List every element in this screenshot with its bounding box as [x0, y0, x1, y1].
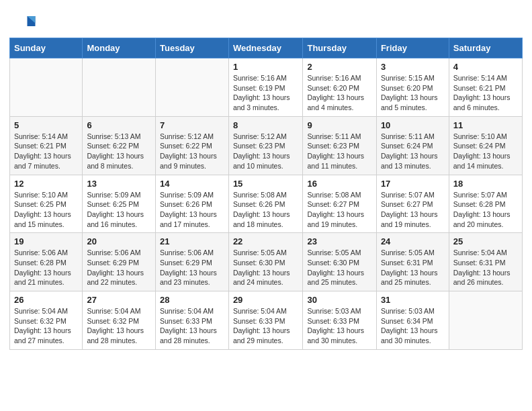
calendar-cell: 11Sunrise: 5:10 AM Sunset: 6:24 PM Dayli…	[449, 116, 522, 175]
day-number: 31	[381, 295, 445, 305]
day-number: 8	[233, 120, 299, 130]
calendar-cell: 14Sunrise: 5:09 AM Sunset: 6:26 PM Dayli…	[156, 175, 229, 233]
day-info: Sunrise: 5:04 AM Sunset: 6:32 PM Dayligh…	[14, 306, 78, 346]
day-number: 26	[14, 295, 78, 305]
calendar-cell: 15Sunrise: 5:08 AM Sunset: 6:26 PM Dayli…	[228, 175, 303, 233]
calendar-cell: 24Sunrise: 5:05 AM Sunset: 6:31 PM Dayli…	[376, 233, 449, 291]
calendar-cell: 2Sunrise: 5:16 AM Sunset: 6:20 PM Daylig…	[303, 58, 376, 117]
calendar-cell: 4Sunrise: 5:14 AM Sunset: 6:21 PM Daylig…	[449, 58, 522, 117]
page-header	[0, 0, 532, 38]
day-header-tuesday: Tuesday	[156, 38, 229, 58]
day-info: Sunrise: 5:07 AM Sunset: 6:28 PM Dayligh…	[453, 190, 518, 230]
calendar-cell: 30Sunrise: 5:03 AM Sunset: 6:33 PM Dayli…	[303, 291, 376, 350]
day-number: 18	[453, 179, 518, 189]
day-header-friday: Friday	[376, 38, 449, 58]
day-header-sunday: Sunday	[10, 38, 83, 58]
day-number: 11	[453, 120, 518, 130]
day-number: 24	[381, 236, 445, 246]
day-header-saturday: Saturday	[449, 38, 522, 58]
day-header-thursday: Thursday	[303, 38, 376, 58]
day-info: Sunrise: 5:05 AM Sunset: 6:30 PM Dayligh…	[233, 248, 299, 287]
calendar-cell: 29Sunrise: 5:04 AM Sunset: 6:33 PM Dayli…	[228, 291, 303, 350]
day-number: 25	[453, 236, 518, 246]
calendar-cell: 6Sunrise: 5:13 AM Sunset: 6:22 PM Daylig…	[83, 116, 156, 175]
day-number: 29	[233, 295, 299, 305]
day-number: 6	[87, 120, 151, 130]
calendar-cell: 10Sunrise: 5:11 AM Sunset: 6:24 PM Dayli…	[376, 116, 449, 175]
day-header-monday: Monday	[83, 38, 156, 58]
calendar-cell: 19Sunrise: 5:06 AM Sunset: 6:28 PM Dayli…	[10, 233, 83, 291]
logo	[16, 12, 39, 32]
calendar-cell: 3Sunrise: 5:15 AM Sunset: 6:20 PM Daylig…	[376, 58, 449, 117]
day-number: 21	[160, 236, 224, 246]
day-number: 20	[87, 236, 151, 246]
calendar-cell: 12Sunrise: 5:10 AM Sunset: 6:25 PM Dayli…	[10, 175, 83, 233]
day-number: 28	[160, 295, 224, 305]
day-number: 12	[14, 179, 78, 189]
calendar-cell: 13Sunrise: 5:09 AM Sunset: 6:25 PM Dayli…	[83, 175, 156, 233]
day-info: Sunrise: 5:11 AM Sunset: 6:24 PM Dayligh…	[381, 132, 445, 171]
day-info: Sunrise: 5:12 AM Sunset: 6:22 PM Dayligh…	[160, 132, 224, 171]
day-info: Sunrise: 5:10 AM Sunset: 6:25 PM Dayligh…	[14, 190, 78, 230]
day-number: 16	[307, 179, 371, 189]
calendar-week-row: 5Sunrise: 5:14 AM Sunset: 6:21 PM Daylig…	[10, 116, 523, 175]
calendar-cell	[449, 291, 522, 350]
day-info: Sunrise: 5:04 AM Sunset: 6:33 PM Dayligh…	[160, 306, 224, 346]
day-info: Sunrise: 5:10 AM Sunset: 6:24 PM Dayligh…	[453, 132, 518, 171]
calendar-cell: 16Sunrise: 5:08 AM Sunset: 6:27 PM Dayli…	[303, 175, 376, 233]
day-number: 7	[160, 120, 224, 130]
calendar-week-row: 12Sunrise: 5:10 AM Sunset: 6:25 PM Dayli…	[10, 175, 523, 233]
day-info: Sunrise: 5:06 AM Sunset: 6:29 PM Dayligh…	[87, 248, 151, 287]
calendar-cell: 9Sunrise: 5:11 AM Sunset: 6:23 PM Daylig…	[303, 116, 376, 175]
calendar-week-row: 26Sunrise: 5:04 AM Sunset: 6:32 PM Dayli…	[10, 291, 523, 350]
calendar-cell: 1Sunrise: 5:16 AM Sunset: 6:19 PM Daylig…	[228, 58, 303, 117]
calendar-cell: 18Sunrise: 5:07 AM Sunset: 6:28 PM Dayli…	[449, 175, 522, 233]
calendar-cell: 23Sunrise: 5:05 AM Sunset: 6:30 PM Dayli…	[303, 233, 376, 291]
day-number: 17	[381, 179, 445, 189]
day-info: Sunrise: 5:13 AM Sunset: 6:22 PM Dayligh…	[87, 132, 151, 171]
day-info: Sunrise: 5:14 AM Sunset: 6:21 PM Dayligh…	[453, 73, 518, 113]
calendar-cell: 7Sunrise: 5:12 AM Sunset: 6:22 PM Daylig…	[156, 116, 229, 175]
day-info: Sunrise: 5:09 AM Sunset: 6:26 PM Dayligh…	[160, 190, 224, 230]
calendar-cell: 20Sunrise: 5:06 AM Sunset: 6:29 PM Dayli…	[83, 233, 156, 291]
day-info: Sunrise: 5:04 AM Sunset: 6:32 PM Dayligh…	[87, 306, 151, 346]
day-info: Sunrise: 5:05 AM Sunset: 6:30 PM Dayligh…	[307, 248, 371, 287]
calendar-cell: 28Sunrise: 5:04 AM Sunset: 6:33 PM Dayli…	[156, 291, 229, 350]
day-number: 1	[233, 62, 299, 72]
day-info: Sunrise: 5:03 AM Sunset: 6:33 PM Dayligh…	[307, 306, 371, 346]
day-info: Sunrise: 5:06 AM Sunset: 6:28 PM Dayligh…	[14, 248, 78, 287]
calendar-cell: 31Sunrise: 5:03 AM Sunset: 6:34 PM Dayli…	[376, 291, 449, 350]
calendar-cell	[10, 58, 83, 117]
calendar-week-row: 19Sunrise: 5:06 AM Sunset: 6:28 PM Dayli…	[10, 233, 523, 291]
day-info: Sunrise: 5:12 AM Sunset: 6:23 PM Dayligh…	[233, 132, 299, 171]
day-info: Sunrise: 5:08 AM Sunset: 6:27 PM Dayligh…	[307, 190, 371, 230]
day-number: 19	[14, 236, 78, 246]
day-number: 27	[87, 295, 151, 305]
day-info: Sunrise: 5:04 AM Sunset: 6:33 PM Dayligh…	[233, 306, 299, 346]
calendar-table: SundayMondayTuesdayWednesdayThursdayFrid…	[9, 38, 523, 350]
day-info: Sunrise: 5:05 AM Sunset: 6:31 PM Dayligh…	[381, 248, 445, 287]
day-number: 2	[307, 62, 371, 72]
calendar-week-row: 1Sunrise: 5:16 AM Sunset: 6:19 PM Daylig…	[10, 58, 523, 117]
calendar-container: SundayMondayTuesdayWednesdayThursdayFrid…	[0, 38, 532, 359]
calendar-cell: 21Sunrise: 5:06 AM Sunset: 6:29 PM Dayli…	[156, 233, 229, 291]
day-number: 22	[233, 236, 299, 246]
day-number: 15	[233, 179, 299, 189]
calendar-cell: 22Sunrise: 5:05 AM Sunset: 6:30 PM Dayli…	[228, 233, 303, 291]
day-number: 30	[307, 295, 371, 305]
day-number: 10	[381, 120, 445, 130]
day-info: Sunrise: 5:15 AM Sunset: 6:20 PM Dayligh…	[381, 73, 445, 113]
day-number: 4	[453, 62, 518, 72]
day-info: Sunrise: 5:06 AM Sunset: 6:29 PM Dayligh…	[160, 248, 224, 287]
day-number: 23	[307, 236, 371, 246]
day-info: Sunrise: 5:04 AM Sunset: 6:31 PM Dayligh…	[453, 248, 518, 287]
day-info: Sunrise: 5:07 AM Sunset: 6:27 PM Dayligh…	[381, 190, 445, 230]
day-number: 13	[87, 179, 151, 189]
day-info: Sunrise: 5:03 AM Sunset: 6:34 PM Dayligh…	[381, 306, 445, 346]
calendar-cell: 27Sunrise: 5:04 AM Sunset: 6:32 PM Dayli…	[83, 291, 156, 350]
calendar-cell	[83, 58, 156, 117]
day-info: Sunrise: 5:11 AM Sunset: 6:23 PM Dayligh…	[307, 132, 371, 171]
day-header-wednesday: Wednesday	[228, 38, 303, 58]
calendar-cell: 8Sunrise: 5:12 AM Sunset: 6:23 PM Daylig…	[228, 116, 303, 175]
day-info: Sunrise: 5:14 AM Sunset: 6:21 PM Dayligh…	[14, 132, 78, 171]
